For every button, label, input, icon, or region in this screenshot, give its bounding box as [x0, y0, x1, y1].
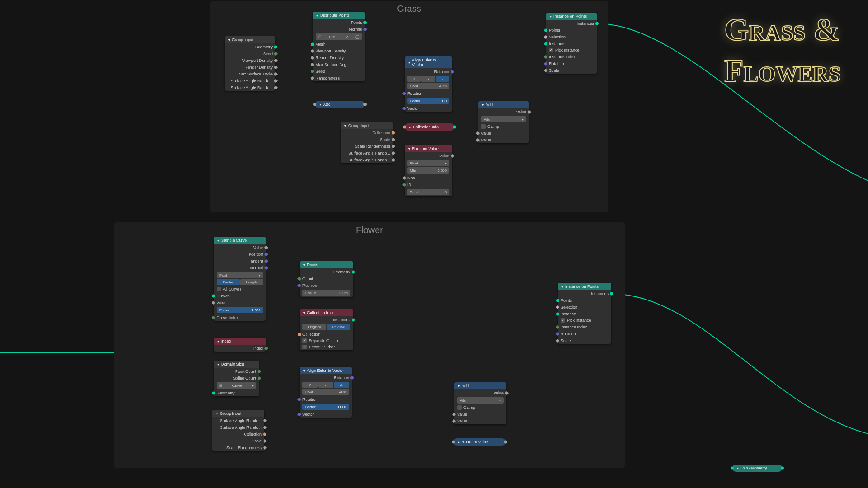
socket-label: Value [439, 154, 449, 158]
node-join-geometry-collapsed[interactable]: Join Geometry [732, 465, 782, 472]
node-collection-info-collapsed[interactable]: Collection Info [405, 123, 454, 131]
type-field[interactable]: Float▾ [407, 160, 449, 166]
socket-label: Surface Angle Rando... [231, 85, 273, 90]
node-add[interactable]: Add Value Add▾ Clamp Value Value [478, 101, 529, 143]
node-instance-on-points[interactable]: Instance on Points Instances Points Sele… [546, 13, 597, 74]
node-group-input[interactable]: Group Input Geometry Seed Viewport Densi… [225, 36, 275, 91]
socket-label: Instances [591, 291, 609, 296]
separate-children[interactable]: Separate Children [300, 338, 353, 344]
pick-instance[interactable]: Pick Instance [558, 317, 611, 324]
radius-field[interactable]: Radius0.1 m [302, 290, 350, 296]
socket-label: Position [249, 252, 263, 257]
socket-label: Selection [549, 35, 566, 39]
all-curves[interactable]: All Curves [214, 286, 266, 292]
node-title[interactable]: Instance on Points [546, 13, 597, 20]
min-field[interactable]: Min0.000 [407, 167, 449, 174]
socket-label: Rotation [549, 61, 564, 66]
node-align-euler[interactable]: Align Euler to Vector Rotation X Y Z Piv… [300, 367, 352, 418]
socket-label: Surface Angle Rando... [231, 79, 273, 83]
node-title[interactable]: Group Input [212, 410, 264, 417]
node-title[interactable]: Add [454, 382, 506, 389]
axis-buttons[interactable]: X Y Z [302, 382, 349, 388]
socket-label: Normal [250, 266, 263, 270]
socket-label: Seed [316, 69, 325, 74]
socket-label: Count [302, 277, 313, 281]
dropdown[interactable]: Add▾ [457, 397, 504, 404]
factor-field[interactable]: Factor1.000 [407, 98, 449, 104]
node-random-value[interactable]: Random Value Value Float▾ Min0.000 Max I… [405, 145, 452, 196]
socket-label: Value [516, 110, 526, 114]
mode-buttons[interactable]: Original Relative [302, 324, 350, 330]
reset-children[interactable]: Reset Children [300, 344, 353, 350]
socket-label: Collection [302, 332, 321, 337]
socket-label: Render Density [245, 65, 273, 70]
socket-label: Instance Index [561, 325, 587, 329]
node-title[interactable]: Add [478, 101, 529, 108]
socket-label: Geometry [255, 45, 273, 49]
socket-label: Curve Index [217, 315, 239, 320]
node-group-input[interactable]: Group Input Surface Angle Rando... Surfa… [212, 410, 264, 451]
node-title[interactable]: Instance on Points [558, 283, 611, 290]
node-add-collapsed[interactable]: Add [315, 101, 365, 108]
socket-label: Rotation [561, 332, 576, 336]
node-random-value-collapsed[interactable]: Random Value [453, 438, 505, 446]
pivot-field[interactable]: PivotAuto [302, 389, 349, 395]
node-title[interactable]: Index [214, 338, 266, 345]
node-sample-curve[interactable]: Sample Curve Value Position Tangent Norm… [214, 237, 266, 321]
socket-label: Spline Count [233, 376, 256, 380]
socket-label: Instance [561, 312, 576, 316]
socket-label: Points [561, 298, 572, 303]
socket-label: Index [253, 346, 263, 351]
node-title[interactable]: Points [300, 261, 353, 268]
node-title[interactable]: Align Euler to Vector [300, 367, 352, 374]
socket-label: Rotation [302, 397, 318, 402]
node-title[interactable]: Collection Info [300, 309, 353, 316]
factor-field[interactable]: Factor1.000 [302, 404, 349, 410]
socket-label: Scale [251, 439, 262, 443]
node-collection-info[interactable]: Collection Info Instances Original Relat… [300, 309, 353, 350]
node-distribute-points[interactable]: Distribute Points Points Normal ⊞Dist...… [313, 12, 365, 81]
node-group-input[interactable]: Group Input Collection Scale Scale Rando… [341, 122, 393, 163]
frame-flower: Flower [114, 222, 625, 468]
socket-label: ID [407, 183, 411, 187]
socket-label: Geometry [332, 270, 350, 274]
node-index[interactable]: Index Index [214, 338, 266, 352]
factor-field[interactable]: Factor1.000 [217, 307, 263, 313]
node-title[interactable]: Group Input [225, 36, 275, 43]
node-title[interactable]: Distribute Points [313, 12, 365, 19]
frame-title: Flower [114, 222, 625, 238]
axis-buttons[interactable]: X Y Z [407, 76, 449, 82]
node-title[interactable]: Sample Curve [214, 237, 266, 244]
seed-field[interactable]: Seed0 [407, 189, 449, 195]
socket-label: Geometry [217, 391, 235, 395]
socket-label: Value [253, 245, 263, 250]
socket-label: Rotation [334, 375, 349, 380]
mode-buttons[interactable]: Factor Length [217, 279, 263, 285]
type-field[interactable]: ⊞Curve▾ [217, 382, 256, 389]
socket-label: Position [302, 283, 317, 288]
socket-label: Instance Index [549, 55, 576, 59]
node-align-euler[interactable]: Align Euler to Vector Rotation X Y Z Piv… [405, 56, 452, 112]
node-title[interactable]: Align Euler to Vector [405, 56, 452, 68]
pick-instance[interactable]: Pick Instance [546, 47, 597, 53]
node-instance-on-points[interactable]: Instance on Points Instances Points Sele… [558, 283, 611, 344]
node-title[interactable]: Random Value [405, 145, 452, 152]
socket-label: Points [351, 20, 362, 25]
pivot-field[interactable]: PivotAuto [407, 83, 449, 89]
socket-label: Scale [380, 137, 390, 142]
dropdown[interactable]: ⊞Dist...2◯ [316, 33, 362, 40]
node-title[interactable]: Domain Size [214, 361, 259, 368]
node-add[interactable]: Add Value Add▾ Clamp Value Value [454, 382, 506, 424]
node-title[interactable]: Group Input [341, 122, 393, 129]
clamp-check[interactable]: Clamp [454, 404, 506, 411]
type-field[interactable]: Float▾ [217, 272, 263, 278]
node-points[interactable]: Points Geometry Count Position Radius0.1… [300, 261, 353, 297]
node-domain-size[interactable]: Domain Size Point Count Spline Count ⊞Cu… [214, 361, 259, 396]
dropdown[interactable]: Add▾ [481, 116, 526, 122]
title-overlay: Grass & Flowers [724, 9, 841, 91]
socket-label: Curves [217, 294, 230, 298]
clamp-check[interactable]: Clamp [478, 123, 529, 130]
socket-label: Surface Angle Rando... [348, 151, 390, 155]
socket-label: Surface Angle Rando... [220, 425, 262, 430]
socket-label: Points [549, 28, 560, 33]
